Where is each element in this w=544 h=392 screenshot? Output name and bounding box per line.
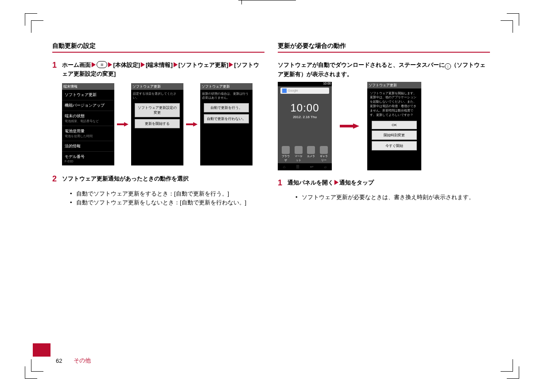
step-2-bullets: 自動でソフトウェア更新をするとき：[自動で更新を行う。] 自動でソフトウェア更新… <box>70 189 264 208</box>
breadcrumb-part: ホーム画面 <box>62 61 91 68</box>
list-item: 電池使用量電池を使用した時間 <box>62 126 114 141</box>
dock-icon: ブラウザ <box>281 146 290 162</box>
step-2-left: 2 ソフトウェア更新通知があったときの動作を選択 <box>52 174 264 184</box>
list-item: 端末の状態電池残量、電話番号など <box>62 111 114 126</box>
step-body: ソフトウェア更新通知があったときの動作を選択 <box>62 174 264 184</box>
screenshot-row: 端末情報 ソフトウェア更新 機能バージョンアップ 端末の状態電池残量、電話番号な… <box>62 83 264 165</box>
dock-icon: カメラ <box>307 146 315 162</box>
triangle-icon: ▶ <box>173 61 179 68</box>
phone-titlebar: ソフトウェア更新 <box>367 82 421 88</box>
list-item: ソフトウェア更新 <box>62 90 114 100</box>
dock-icon: ギャラリー <box>319 146 328 162</box>
list-item: 法的情報 <box>62 141 114 152</box>
phone-titlebar: 端末情報 <box>62 83 114 90</box>
chapter-tab <box>33 343 51 357</box>
list-item: 機能バージョンアップ <box>62 100 114 111</box>
step-1-right: 1 通知パネルを開く▶通知をタップ <box>278 178 490 188</box>
phone-button: 更新を開始する <box>135 119 180 128</box>
arrow-icon <box>340 123 359 129</box>
triangle-icon: ▶ <box>91 61 97 68</box>
phone-button: 自動で更新を行わない。 <box>204 114 249 123</box>
triangle-icon: ▶ <box>107 61 113 68</box>
triangle-icon: ▶ <box>334 179 339 186</box>
step-number: 1 <box>52 61 62 78</box>
phone-button: 自動で更新を行う。 <box>204 103 249 112</box>
triangle-icon: ▶ <box>140 61 146 68</box>
section-title-right: 更新が必要な場合の動作 <box>278 42 490 53</box>
bullet-item: 自動でソフトウェア更新をするとき：[自動で更新を行う。] <box>70 189 264 199</box>
step-body: 通知パネルを開く▶通知をタップ <box>288 178 490 188</box>
left-column: 自動更新の設定 1 ホーム画面▶≡▶[本体設定]▶[端末情報]▶[ソフトウェア更… <box>52 42 264 365</box>
right-column: 更新が必要な場合の動作 ソフトウェアが自動でダウンロードされると、ステータスバー… <box>278 42 490 365</box>
bullet-item: 自動でソフトウェア更新をしないとき：[自動で更新を行わない。] <box>70 198 264 208</box>
step-1-right-bullets: ソフトウェア更新が必要なときは、書き換え時刻が表示されます。 <box>295 193 490 202</box>
phone-titlebar: ソフトウェア更新 <box>131 83 183 90</box>
step-1-left: 1 ホーム画面▶≡▶[本体設定]▶[端末情報]▶[ソフトウェア更新]▶[ソフトウ… <box>52 61 264 78</box>
screenshot-sw-update-menu: ソフトウェア更新 設定する項目を選択してください。 ソフトウェア更新設定の変更 … <box>131 83 183 165</box>
clock-date: 2012. 2.16 Thu <box>278 115 332 119</box>
screenshot-terminal-info: 端末情報 ソフトウェア更新 機能バージョンアップ 端末の状態電池残量、電話番号な… <box>62 83 114 165</box>
dialog-button: 今すぐ開始 <box>372 141 417 150</box>
clock-widget: 10:00 2012. 2.16 Thu <box>278 102 332 119</box>
dock: ブラウザ マーケット カメラ ギャラリー <box>278 146 332 162</box>
phone-button: ソフトウェア更新設定の変更 <box>135 103 180 117</box>
arrow-icon <box>186 122 198 127</box>
step-body: ホーム画面▶≡▶[本体設定]▶[端末情報]▶[ソフトウェア更新]▶[ソフトウェア… <box>62 61 264 78</box>
dialog-button: OK <box>372 121 417 129</box>
list-item: モデル番号F-03D <box>62 152 114 165</box>
phone-titlebar: ソフトウェア更新 <box>200 83 253 90</box>
breadcrumb-part: [ソフトウェア更新] <box>179 61 229 68</box>
svg-marker-2 <box>340 123 359 129</box>
dock-icon: マーケット <box>294 146 303 162</box>
page-number: 62 <box>56 357 62 364</box>
menu-key-icon: ≡ <box>97 61 107 68</box>
google-icon <box>282 88 287 93</box>
bullet-item: ソフトウェア更新が必要なときは、書き換え時刻が表示されます。 <box>295 193 490 202</box>
screenshot-row-right: 10:00 Google 10:00 2012. 2.16 Thu ブラウザ マ… <box>278 82 490 170</box>
phone-message: 最新の状態の場合は、更新は行う必要はありません。 <box>200 90 253 101</box>
triangle-icon: ▶ <box>228 61 234 68</box>
download-available-icon: ↓ <box>445 63 451 69</box>
screenshot-sw-update-choice: ソフトウェア更新 最新の状態の場合は、更新は行う必要はありません。 自動で更新を… <box>200 83 253 165</box>
breadcrumb-part: [本体設定] <box>113 61 140 68</box>
step-number: 2 <box>52 174 62 184</box>
screenshot-update-dialog: ソフトウェア更新 ソフトウェア更新を開始します。更新中は、他のアプリケーションを… <box>367 82 421 170</box>
svg-marker-1 <box>186 122 198 127</box>
page-content: 自動更新の設定 1 ホーム画面▶≡▶[本体設定]▶[端末情報]▶[ソフトウェア更… <box>52 42 490 365</box>
android-nav: ⌂☰↩⌕ <box>278 163 332 170</box>
page-footer: 62 その他 <box>52 357 91 365</box>
chapter-label: その他 <box>74 357 91 365</box>
step-number: 1 <box>278 178 288 188</box>
section-title-left: 自動更新の設定 <box>52 42 264 53</box>
clock-time: 10:00 <box>278 102 332 114</box>
status-bar: 10:00 <box>278 82 332 86</box>
dialog-button: 開始時刻変更 <box>372 131 417 140</box>
intro-text: ソフトウェアが自動でダウンロードされると、ステータスバーに↓（ソフトウェア更新有… <box>278 61 490 79</box>
svg-marker-0 <box>117 122 128 127</box>
screenshot-homescreen: 10:00 Google 10:00 2012. 2.16 Thu ブラウザ マ… <box>278 82 332 170</box>
breadcrumb-part: [端末情報] <box>146 61 173 68</box>
search-bar: Google <box>280 88 329 94</box>
arrow-icon <box>117 122 128 127</box>
dialog-message: ソフトウェア更新を開始します。更新中は、他のアプリケーションを起動しないでくださ… <box>367 88 421 120</box>
phone-hint: 設定する項目を選択してください。 <box>131 90 183 101</box>
